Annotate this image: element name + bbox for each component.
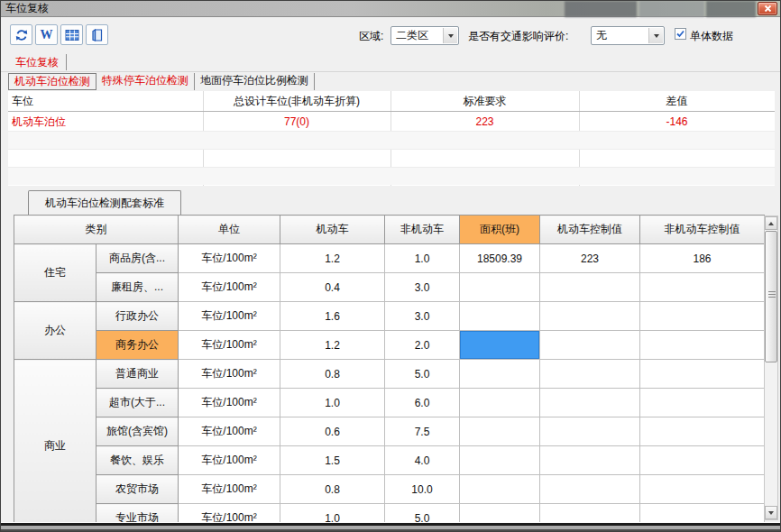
cell-unit[interactable]: 车位/100m² [179,244,280,273]
cell-nonmotor-ctrl[interactable]: 186 [640,244,765,273]
tab-ground-parking-ratio-check[interactable]: 地面停车泊位比例检测 [195,73,315,90]
export-table-button[interactable] [60,24,83,45]
export-word-button[interactable]: W [35,24,58,45]
table-row: 办公 行政办公 车位/100m² 1.6 3.0 [14,302,765,331]
cell-area[interactable] [460,417,540,446]
cell-nonmotor[interactable]: 10.0 [385,475,460,504]
cell-nonmotor-ctrl[interactable] [640,389,765,417]
cell-motor[interactable]: 1.6 [280,302,385,331]
cell-motor[interactable]: 0.8 [280,360,385,389]
cell-unit[interactable]: 车位/100m² [179,273,280,302]
cell-area[interactable] [460,504,540,523]
cell-nonmotor[interactable]: 1.0 [385,244,460,273]
single-data-checkbox[interactable] [675,28,686,40]
titlebar-glass-artifact [639,1,704,17]
cell-unit[interactable]: 车位/100m² [179,360,280,389]
tab-special-parking-check[interactable]: 特殊停车泊位检测 [96,73,195,90]
cell-unit[interactable]: 车位/100m² [179,446,280,475]
cell-unit[interactable]: 车位/100m² [179,302,280,331]
cell-motor-ctrl[interactable] [540,331,640,360]
table-row: 超市(大于... 车位/100m² 1.0 6.0 [14,389,765,417]
exit-button[interactable] [86,24,108,45]
header-motor: 机动车 [280,216,385,244]
table-row: 住宅 商品房(含... 车位/100m² 1.2 1.0 18509.39 22… [14,244,765,273]
cell-motor[interactable]: 0.6 [280,417,385,446]
cell-motor[interactable]: 0.4 [280,273,385,302]
titlebar-glass-artifact [565,1,637,17]
cell-unit[interactable]: 车位/100m² [179,331,280,360]
cell-nonmotor[interactable]: 6.0 [385,389,460,417]
cell-motor-ctrl[interactable] [540,446,640,475]
cell-nonmotor-ctrl[interactable] [640,302,765,331]
row-item[interactable]: 廉租房、... [96,273,179,302]
row-item[interactable]: 农贸市场 [96,475,179,504]
standards-tab[interactable]: 机动车泊位检测配套标准 [28,190,181,215]
cell-motor[interactable]: 1.2 [280,244,385,273]
cell-nonmotor[interactable]: 3.0 [385,302,460,331]
cell-area[interactable] [460,446,540,475]
scrollbar-thumb[interactable] [765,231,777,362]
cell-nonmotor[interactable]: 7.5 [385,417,460,446]
cell-nonmotor-ctrl[interactable] [640,331,765,360]
table-icon [65,28,79,42]
cell-motor[interactable]: 1.5 [280,446,385,475]
cell-nonmotor-ctrl[interactable] [640,504,765,523]
traffic-eval-select[interactable]: 无 [591,26,665,45]
cell-motor[interactable]: 1.2 [280,331,385,360]
row-item[interactable]: 餐饮、娱乐 [96,446,179,475]
cell-motor-ctrl[interactable] [540,417,640,446]
standards-table: 类别 单位 机动车 非机动车 面积(班) 机动车控制值 非机动车控制值 住宅 商… [14,215,765,522]
tab-parking-review[interactable]: 车位复核 [8,54,67,70]
cell-nonmotor-ctrl[interactable] [640,417,765,446]
scroll-down-button[interactable] [765,506,777,519]
cell-nonmotor-ctrl[interactable] [640,360,765,389]
table-row: 旅馆(含宾馆) 车位/100m² 0.6 7.5 [14,417,765,446]
cell-motor-ctrl[interactable]: 223 [540,244,640,273]
cell-nonmotor-ctrl[interactable] [640,446,765,475]
cell-area[interactable] [460,360,540,389]
cell-motor-ctrl[interactable] [540,389,640,417]
refresh-button[interactable] [10,24,32,45]
selected-cell[interactable] [460,331,540,360]
cell-area[interactable] [460,273,540,302]
cell-motor[interactable]: 0.8 [280,475,385,504]
cell-nonmotor-ctrl[interactable] [640,273,765,302]
row-item[interactable]: 超市(大于... [96,389,179,417]
vertical-scrollbar[interactable] [764,216,778,520]
close-button[interactable] [758,2,777,15]
row-item[interactable]: 普通商业 [96,360,179,389]
cell-nonmotor[interactable]: 5.0 [385,504,460,523]
cell-area[interactable] [460,475,540,504]
row-item-selected[interactable]: 商务办公 [96,331,179,360]
window-bottom-border [1,522,781,532]
cell-nonmotor[interactable]: 4.0 [385,446,460,475]
cell-nonmotor[interactable]: 5.0 [385,360,460,389]
table-row: 农贸市场 车位/100m² 0.8 10.0 [14,475,765,504]
cell-unit[interactable]: 车位/100m² [179,504,280,523]
cell-nonmotor[interactable]: 2.0 [385,331,460,360]
chevron-down-icon [648,28,663,43]
cell-motor[interactable]: 1.0 [280,389,385,417]
cell-unit[interactable]: 车位/100m² [179,475,280,504]
cell-area[interactable]: 18509.39 [460,244,540,273]
row-item[interactable]: 旅馆(含宾馆) [96,417,179,446]
cell-unit[interactable]: 车位/100m² [179,417,280,446]
cell-motor-ctrl[interactable] [540,475,640,504]
scrollbar-grip-icon [768,291,776,298]
cell-motor-ctrl[interactable] [540,273,640,302]
row-item[interactable]: 专业市场 [96,504,179,523]
cell-motor-ctrl[interactable] [540,302,640,331]
cell-area[interactable] [460,389,540,417]
row-item[interactable]: 行政办公 [96,302,179,331]
cell-motor[interactable]: 1.0 [280,504,385,523]
cell-motor-ctrl[interactable] [540,360,640,389]
scroll-up-button[interactable] [765,216,777,230]
cell-nonmotor-ctrl[interactable] [640,475,765,504]
cell-nonmotor[interactable]: 3.0 [385,273,460,302]
tab-motor-parking-check[interactable]: 机动车泊位检测 [8,73,96,90]
cell-area[interactable] [460,302,540,331]
row-item[interactable]: 商品房(含... [96,244,179,273]
cell-unit[interactable]: 车位/100m² [179,389,280,417]
cell-motor-ctrl[interactable] [540,504,640,523]
region-select[interactable]: 二类区 [390,26,459,45]
